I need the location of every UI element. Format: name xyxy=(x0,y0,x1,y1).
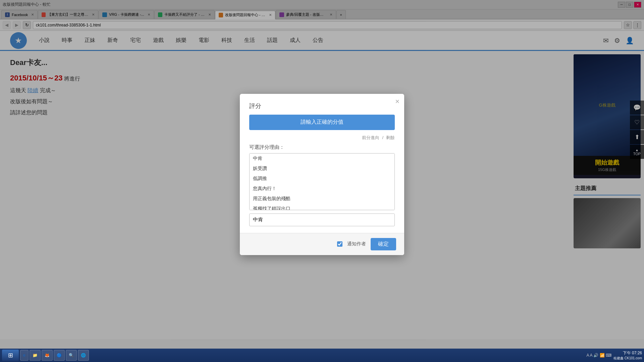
taskbar-items: e 📁 🦊 🔵 🔍 🌐 xyxy=(20,350,585,361)
section-label: 可選評分理由： xyxy=(249,144,395,150)
modal-close-button[interactable]: × xyxy=(395,98,399,105)
taskbar-chrome[interactable]: 🔵 xyxy=(54,350,65,361)
confirm-button[interactable]: 確定 xyxy=(371,238,396,250)
taskbar-firefox[interactable]: 🦊 xyxy=(42,350,53,361)
tray-icons: A A 🔊 📶 ⌨ xyxy=(587,353,611,358)
taskbar: ⊞ e 📁 🦊 🔵 🔍 🌐 A A 🔊 📶 ⌨ 下午 07:26 桂建鑫 CK1… xyxy=(0,349,644,362)
taskbar-time: 下午 07:26 桂建鑫 CK101.com xyxy=(613,350,642,361)
taskbar-ie[interactable]: e xyxy=(20,350,29,361)
quota-row: 前分進向 / 剩餘 xyxy=(249,133,395,144)
taskbar-network[interactable]: 🌐 xyxy=(78,350,89,361)
modal-wrapper: 評分 請輸入正確的分值 前分進向 / 剩餘 可選評分理由： 中肯 妖受讚 低調推… xyxy=(240,94,404,255)
notify-label: 通知作者 xyxy=(347,241,366,247)
taskbar-tray: A A 🔊 📶 ⌨ 下午 07:26 桂建鑫 CK101.com xyxy=(587,350,642,361)
modal-body: 評分 請輸入正確的分值 前分進向 / 剩餘 可選評分理由： 中肯 妖受讚 低調推… xyxy=(240,94,404,233)
list-item[interactable]: 中肯 xyxy=(250,154,394,164)
modal-footer: 通知作者 確定 xyxy=(240,233,404,255)
notify-checkbox[interactable] xyxy=(337,241,342,247)
start-button[interactable]: ⊞ xyxy=(2,350,19,361)
list-item[interactable]: 用正義包裝的殘酷 xyxy=(250,194,394,204)
rating-modal: 評分 請輸入正確的分值 前分進向 / 剩餘 可選評分理由： 中肯 妖受讚 低調推… xyxy=(240,94,404,255)
reason-listbox[interactable]: 中肯 妖受讚 低調推 您真內行！ 用正義包裝的殘酷 孤獨找了錯誤出口 記者快來抄… xyxy=(249,153,395,210)
list-item[interactable]: 妖受讚 xyxy=(250,164,394,174)
list-item[interactable]: 低調推 xyxy=(250,174,394,184)
modal-overlay: 評分 請輸入正確的分值 前分進向 / 剩餘 可選評分理由： 中肯 妖受讚 低調推… xyxy=(0,0,644,349)
taskbar-folder[interactable]: 📁 xyxy=(30,350,41,361)
modal-title: 評分 xyxy=(249,102,395,110)
reason-input[interactable] xyxy=(249,214,395,226)
taskbar-search[interactable]: 🔍 xyxy=(66,350,77,361)
list-item[interactable]: 您真內行！ xyxy=(250,184,394,194)
list-item[interactable]: 孤獨找了錯誤出口 xyxy=(250,204,394,210)
error-message-button[interactable]: 請輸入正確的分值 xyxy=(249,115,395,130)
